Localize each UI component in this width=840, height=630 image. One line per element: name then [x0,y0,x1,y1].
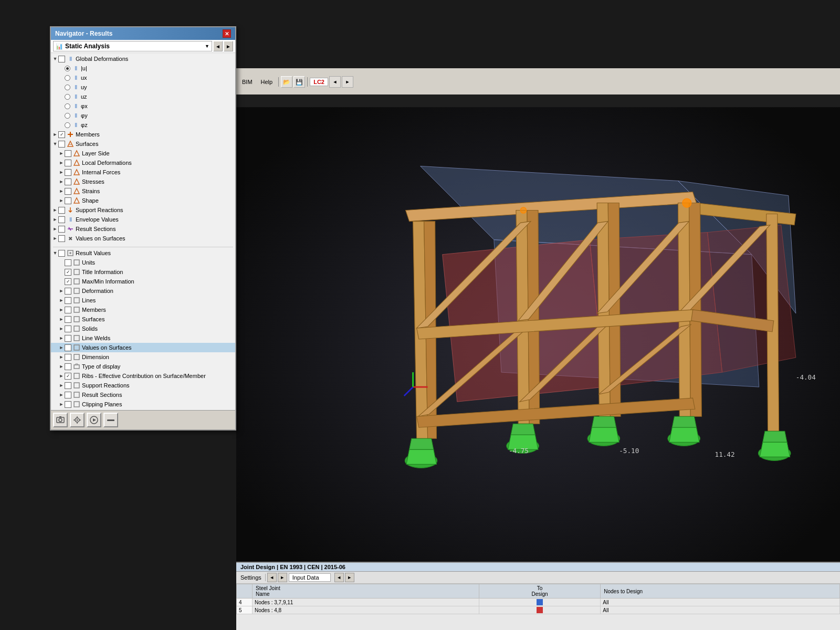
checkbox-rv-val-surf[interactable] [65,344,71,351]
tree-values-on-surfaces[interactable]: ► ✖ Values on Surfaces [51,234,235,243]
screenshot-button[interactable] [53,413,68,427]
settings-label[interactable]: Settings [238,574,264,581]
tree-rv-ribs[interactable]: ► Ribs - Effective Contribution on Surfa… [51,371,235,381]
bp-prev-btn[interactable]: ◄ [267,573,277,582]
expand-rv-dimension-icon[interactable]: ► [58,354,65,360]
minus-button[interactable] [103,413,118,427]
checkbox-rv-ribs[interactable] [65,373,71,380]
tree-result-sections[interactable]: ► Result Sections [51,224,235,234]
radio-ux[interactable] [65,75,70,81]
checkbox-rv-dimension[interactable] [65,354,71,361]
tree-item-phiz[interactable]: Ⅱ φz [51,120,235,130]
tree-rv-maxmin[interactable]: Max/Min Information [51,277,235,286]
expand-rv-linewelds-icon[interactable]: ► [58,335,65,341]
expand-members-icon[interactable]: ► [52,131,58,138]
tree-rv-lines[interactable]: ► Lines [51,296,235,305]
tree-layer-side[interactable]: ► Layer Side [51,149,235,158]
expand-rv-support-icon[interactable]: ► [58,382,65,388]
checkbox-rv-lines[interactable] [65,297,71,304]
checkbox-support-reactions[interactable] [58,207,65,214]
tree-rv-surfaces[interactable]: ► Surfaces [51,314,235,324]
input-data-dropdown[interactable]: Input Data [289,573,331,582]
checkbox-shape[interactable] [65,197,71,204]
expand-rv-clipping-icon[interactable]: ► [58,401,65,407]
tree-rv-result-sections[interactable]: ► Result Sections [51,390,235,400]
tree-rv-solids[interactable]: ► Solids [51,324,235,333]
tree-shape[interactable]: ► Shape [51,196,235,205]
view-button[interactable] [70,413,85,427]
expand-rv-res-sections-icon[interactable]: ► [58,392,65,398]
tree-surfaces[interactable]: ▼ Surfaces [51,139,235,149]
checkbox-members[interactable] [58,131,65,138]
tree-rv-title-info[interactable]: Title Information [51,267,235,277]
tree-item-uy[interactable]: Ⅱ uy [51,82,235,92]
tree-members[interactable]: ► Members [51,130,235,139]
tree-rv-dimension[interactable]: ► Dimension [51,352,235,362]
tree-rv-linewelds[interactable]: ► Line Welds [51,333,235,343]
bp-left-btn[interactable]: ◄ [334,573,344,582]
checkbox-rv-title[interactable] [65,269,71,276]
checkbox-rv-surfaces[interactable] [65,316,71,323]
tree-rv-deformation[interactable]: ► Deformation [51,286,235,296]
checkbox-envelope[interactable] [58,216,65,223]
expand-result-sections-icon[interactable]: ► [52,226,58,232]
tree-support-reactions[interactable]: ► Support Reactions [51,205,235,215]
checkbox-local-def[interactable] [65,160,71,166]
toolbar-open-btn[interactable]: 📂 [281,76,292,88]
expand-rv-type-display-icon[interactable]: ► [58,363,65,370]
menu-bim[interactable]: BIM [238,77,256,87]
tree-rv-members[interactable]: ► Members [51,305,235,314]
expand-shape-icon[interactable]: ► [58,197,65,204]
checkbox-rv-support[interactable] [65,382,71,389]
checkbox-layer-side[interactable] [65,150,71,157]
radio-u-abs[interactable] [65,66,70,71]
3d-viewport[interactable]: -5.10 11.42 -4.75 -4.04 [236,94,840,598]
tree-item-ux[interactable]: Ⅱ ux [51,73,235,82]
checkbox-values-surfaces[interactable] [58,235,65,242]
tree-item-uz[interactable]: Ⅱ uz [51,92,235,101]
nav-next-button[interactable]: ► [224,41,233,51]
tree-item-u-abs[interactable]: Ⅱ |u| [51,64,235,73]
tree-item-phiy[interactable]: Ⅱ φy [51,111,235,120]
expand-support-reactions-icon[interactable]: ► [52,207,58,213]
radio-phiz[interactable] [65,122,70,128]
tree-rv-type-display[interactable]: ► Type of display [51,362,235,371]
expand-stresses-icon[interactable]: ► [58,178,65,185]
expand-rv-lines-icon[interactable]: ► [58,297,65,303]
checkbox-result-values[interactable] [58,250,65,257]
checkbox-internal-forces[interactable] [65,169,71,176]
checkbox-rv-type-display[interactable] [65,363,71,370]
checkbox-result-sections[interactable] [58,226,65,233]
expand-rv-solids-icon[interactable]: ► [58,326,65,332]
checkbox-global-deformations[interactable] [58,56,65,62]
checkbox-rv-deformation[interactable] [65,288,71,295]
expand-internal-forces-icon[interactable]: ► [58,169,65,175]
radio-phix[interactable] [65,103,70,109]
checkbox-rv-res-sections[interactable] [65,392,71,398]
expand-rv-ribs-icon[interactable]: ► [58,373,65,379]
expand-values-surfaces-icon[interactable]: ► [52,235,58,242]
expand-rv-val-surf-icon[interactable]: ► [58,344,65,351]
close-button[interactable]: ✕ [223,29,231,38]
nav-prev-button[interactable]: ◄ [213,41,223,51]
expand-rv-surfaces-icon[interactable]: ► [58,316,65,322]
expand-global-deformations-icon[interactable]: ▼ [52,56,58,62]
checkbox-surfaces[interactable] [58,141,65,148]
checkbox-rv-solids[interactable] [65,326,71,332]
tree-global-deformations[interactable]: ▼ Ⅱ Global Deformations [51,54,235,64]
radio-uz[interactable] [65,94,70,100]
analysis-dropdown[interactable]: 📊 Static Analysis ▼ [53,41,212,51]
radio-uy[interactable] [65,85,70,90]
checkbox-rv-members[interactable] [65,307,71,313]
checkbox-rv-maxmin[interactable] [65,278,71,285]
tree-rv-clipping[interactable]: ► Clipping Planes [51,400,235,409]
expand-layer-side-icon[interactable]: ► [58,150,65,156]
tree-strains[interactable]: ► Strains [51,186,235,196]
expand-rv-deformation-icon[interactable]: ► [58,288,65,294]
checkbox-stresses[interactable] [65,178,71,185]
tree-item-phix[interactable]: Ⅱ φx [51,101,235,111]
tree-envelope-values[interactable]: ► Ⅱ Envelope Values [51,215,235,224]
tree-rv-support-reactions[interactable]: ► Support Reactions [51,381,235,390]
checkbox-rv-units[interactable] [65,259,71,266]
expand-envelope-icon[interactable]: ► [52,216,58,223]
